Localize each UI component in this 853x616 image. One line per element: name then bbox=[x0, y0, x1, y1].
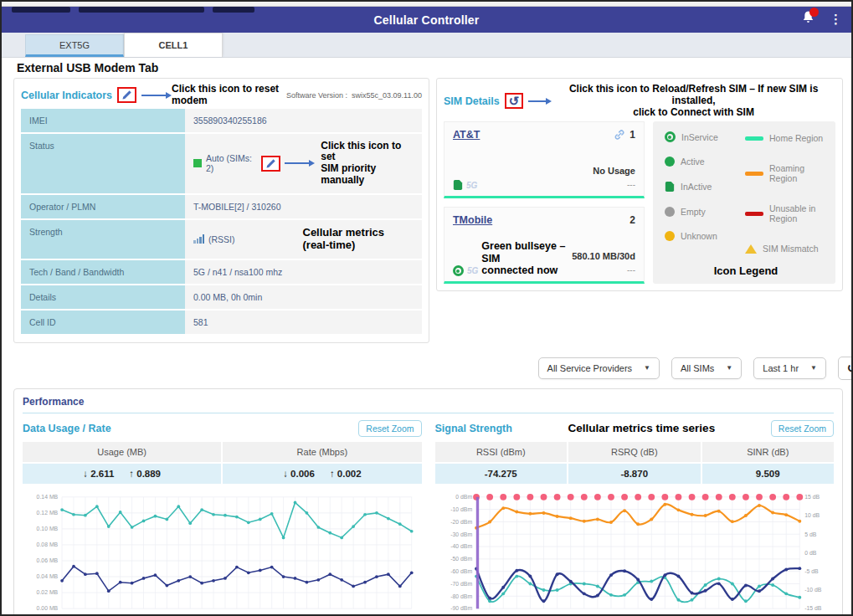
annotation-reload-sim: Click this icon to Reload/Refresh SIM – … bbox=[552, 84, 835, 118]
usage-chart[interactable]: 0.00 MB0.02 MB0.04 MB0.06 MB0.08 MB0.10 … bbox=[23, 489, 422, 616]
svg-text:-5 dB: -5 dB bbox=[804, 568, 819, 574]
svg-text:-10 dB: -10 dB bbox=[804, 587, 822, 593]
service-provider-dropdown[interactable]: All Service Providers▼ bbox=[538, 357, 660, 379]
legend-inservice: InService bbox=[665, 131, 745, 142]
svg-text:0.06 MB: 0.06 MB bbox=[37, 557, 59, 563]
svg-text:0 dB: 0 dB bbox=[804, 549, 817, 555]
sim-link-att[interactable]: AT&T bbox=[453, 129, 480, 141]
svg-text:5 dB: 5 dB bbox=[804, 531, 817, 536]
sim-priority-pencil-icon[interactable] bbox=[261, 156, 280, 172]
orange-line-icon bbox=[745, 172, 763, 176]
usage-rate-table: Usage (MB) ↓ 2.611 ↑ 0.889 Rate (Mbps) ↓… bbox=[23, 442, 422, 484]
callout-arrow bbox=[285, 162, 310, 164]
rate-col-header: Rate (Mbps) bbox=[223, 442, 421, 464]
page-title: Cellular Controller bbox=[2, 13, 851, 27]
reset-zoom-button[interactable]: Reset Zoom bbox=[358, 420, 421, 437]
svg-text:04:48:30: 04:48:30 bbox=[608, 613, 625, 616]
svg-text:0.02 MB: 0.02 MB bbox=[37, 589, 59, 595]
status-green-indicator bbox=[193, 159, 202, 167]
svg-text:04:23:30: 04:23:30 bbox=[473, 613, 491, 616]
sim-link-tmobile[interactable]: TMobile bbox=[453, 214, 492, 226]
rate-download: ↓ 0.006 bbox=[283, 469, 315, 479]
sim-inservice-bullseye-icon bbox=[453, 265, 464, 276]
svg-text:0 dBm: 0 dBm bbox=[455, 494, 472, 500]
rate-upload: ↑ 0.002 bbox=[330, 469, 362, 479]
performance-title: Performance bbox=[23, 396, 834, 413]
legend-empty: Empty bbox=[665, 207, 745, 217]
performance-panel: Performance Data Usage / Rate Reset Zoom… bbox=[13, 388, 843, 616]
tech-5g-faded-icon: 5G bbox=[467, 266, 478, 275]
sim-usage-sub-tmobile: --- bbox=[627, 265, 635, 275]
reload-sim-icon[interactable]: ↺ bbox=[505, 93, 524, 109]
section-heading: External USB Modem Tab bbox=[2, 58, 851, 76]
software-version: Software Version : swix55c_03.09.11.00 bbox=[286, 91, 422, 100]
signal-table: RSSI (dBm) -74.275 RSRQ (dB) -8.870 SINR… bbox=[435, 442, 835, 484]
svg-text:04:38:30: 04:38:30 bbox=[553, 613, 571, 616]
table-row-operator: Operator / PLMN T-MOBILE[2] / 310260 bbox=[21, 195, 422, 220]
legend-active: Active bbox=[665, 157, 745, 167]
legend-unknown: Unknown bbox=[665, 231, 745, 241]
sim-icon bbox=[665, 181, 675, 192]
svg-text:05:08:30: 05:08:30 bbox=[716, 613, 733, 616]
time-range-dropdown[interactable]: Last 1 hr▼ bbox=[753, 357, 826, 379]
table-row-cellid: Cell ID 581 bbox=[21, 311, 422, 336]
data-usage-title: Data Usage / Rate bbox=[23, 423, 111, 434]
svg-text:04:53:30: 04:53:30 bbox=[635, 613, 652, 616]
teal-line-icon bbox=[745, 136, 763, 141]
svg-text:-40 dBm: -40 dBm bbox=[450, 543, 472, 549]
signal-chart[interactable]: 0 dBm-10 dBm-20 dBm-30 dBm-40 dBm-50 dBm… bbox=[435, 489, 835, 616]
tech-5g-faded-icon: 5G bbox=[466, 181, 477, 190]
svg-text:04:41:00: 04:41:00 bbox=[568, 613, 585, 616]
green-circle-icon bbox=[665, 157, 675, 167]
svg-text:-70 dBm: -70 dBm bbox=[450, 580, 472, 586]
table-row-details: Details 0.00 MB, 0h 0min bbox=[21, 285, 422, 311]
kebab-menu-icon[interactable]: ⋮ bbox=[827, 13, 845, 25]
svg-text:04:58:30: 04:58:30 bbox=[661, 613, 679, 616]
app-header: Cellular Controller ⋮ bbox=[2, 7, 851, 33]
table-row-status: Status Auto (SIMs: 2) Click this icon to… bbox=[21, 134, 422, 195]
reset-modem-pencil-icon[interactable] bbox=[117, 87, 136, 103]
svg-text:0.08 MB: 0.08 MB bbox=[37, 542, 59, 547]
red-line-icon bbox=[745, 212, 763, 216]
table-row-strength: Strength (RSSI) Cellular metrics (real-t… bbox=[21, 220, 422, 260]
sim-details-panel: SIM Details ↺ Click this icon to Reload/… bbox=[436, 78, 843, 291]
chevron-down-icon: ▼ bbox=[726, 364, 732, 372]
sim-inactive-icon bbox=[453, 179, 463, 191]
svg-text:0.14 MB: 0.14 MB bbox=[37, 494, 59, 500]
notification-badge bbox=[809, 8, 819, 17]
svg-text:-80 dBm: -80 dBm bbox=[450, 593, 472, 598]
svg-text:-15 dB: -15 dB bbox=[804, 605, 822, 611]
svg-text:04:21:00: 04:21:00 bbox=[45, 613, 63, 616]
rssi-value: -74.275 bbox=[485, 469, 517, 479]
svg-text:04:26:00: 04:26:00 bbox=[486, 613, 504, 616]
svg-text:-60 dBm: -60 dBm bbox=[450, 568, 472, 574]
annotation-time-series: Cellular metrics time series bbox=[519, 422, 764, 435]
signal-strength-section: Signal Strength Cellular metrics time se… bbox=[435, 420, 835, 616]
signal-strength-title: Signal Strength bbox=[435, 423, 512, 434]
svg-text:0.00 MB: 0.00 MB bbox=[37, 605, 59, 611]
refresh-charts-icon[interactable]: ↺ bbox=[838, 357, 853, 380]
legend-roaming-region: Roaming Region bbox=[745, 163, 827, 183]
svg-text:05:13:30: 05:13:30 bbox=[743, 613, 760, 616]
filter-row: All Service Providers▼ All SIMs▼ Last 1 … bbox=[2, 343, 853, 388]
tab-cell1[interactable]: CELL1 bbox=[124, 33, 223, 57]
table-row-tech: Tech / Band / Bandwidth 5G / n41 / nsa10… bbox=[21, 260, 422, 285]
svg-text:05:11:00: 05:11:00 bbox=[729, 613, 747, 616]
table-row-imei: IMEI 355890340255186 bbox=[21, 109, 422, 134]
link-icon bbox=[614, 129, 625, 141]
rsrq-col-header: RSRQ (dB) bbox=[568, 442, 701, 464]
reset-zoom-button[interactable]: Reset Zoom bbox=[771, 420, 834, 437]
notifications-bell-icon[interactable] bbox=[800, 9, 817, 28]
tab-ext5g[interactable]: EXT5G bbox=[25, 34, 124, 57]
sims-dropdown[interactable]: All SIMs▼ bbox=[671, 357, 742, 379]
cellular-indicators-panel: Cellular Indicators Click this icon to r… bbox=[13, 78, 429, 343]
svg-text:04:31:00: 04:31:00 bbox=[513, 613, 531, 616]
rsrq-value: -8.870 bbox=[620, 469, 648, 479]
sim-usage-tmobile: 580.10 MB/30d bbox=[572, 251, 635, 261]
sim-details-title: SIM Details bbox=[444, 95, 500, 107]
sim-usage-att: No Usage bbox=[593, 166, 635, 176]
svg-text:15 dB: 15 dB bbox=[804, 494, 820, 500]
legend-home-region: Home Region bbox=[745, 133, 827, 143]
bullseye-icon bbox=[665, 131, 676, 142]
svg-text:04:33:30: 04:33:30 bbox=[527, 613, 544, 616]
